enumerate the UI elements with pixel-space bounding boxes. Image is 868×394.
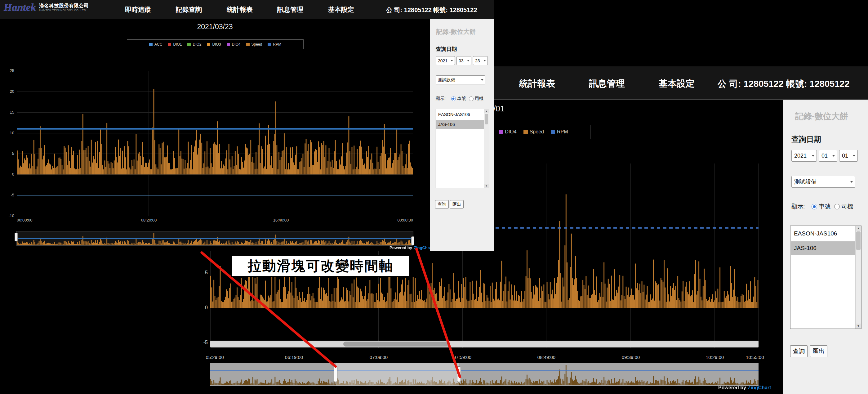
x-tick-label: 09:39:00 (622, 355, 640, 360)
zingchart-link[interactable]: ZingChart (748, 385, 771, 390)
radio-vehicle-label: 車號 (457, 96, 466, 101)
device-value: 測試設備 (438, 77, 455, 83)
year-value: 2021 (438, 58, 447, 63)
day-value: 01 (842, 153, 848, 159)
radio-driver-label: 司機 (475, 96, 484, 101)
nav-realtime-tracking[interactable]: 即時追蹤 (125, 5, 151, 14)
x-tick-label: 07:09:00 (370, 355, 388, 360)
legend-item-rpm[interactable]: RPM (551, 129, 568, 134)
y-tick-label: 5 (0, 151, 14, 156)
radio-dot (813, 205, 816, 208)
radio-driver[interactable] (469, 96, 473, 101)
legend-item-acc[interactable]: ACC (149, 42, 162, 47)
list-scrollbar[interactable]: ▲ ▼ (855, 226, 861, 329)
legend-label: RPM (273, 42, 281, 47)
legend-item-dio1[interactable]: DIO1 (168, 42, 182, 47)
list-item[interactable]: EASON-JAS106 (436, 110, 484, 119)
time-slider-right-handle[interactable] (457, 366, 461, 382)
time-slider-right-handle[interactable] (411, 236, 414, 245)
hantek-logo: Hantek 漢名科技股份有限公司 HANTEK TECHNOLOGY CO. … (4, 2, 89, 13)
legend-swatch (499, 130, 503, 134)
time-slider-left-handle[interactable] (334, 366, 337, 382)
legend-swatch (246, 43, 250, 46)
powered-by: Powered byZingChart (718, 385, 771, 391)
nav-basic-settings[interactable]: 基本設定 (328, 5, 354, 14)
query-date-label: 查詢日期 (792, 134, 821, 144)
display-label: 顯示: (436, 96, 446, 101)
account-info: 公 司: 12805122 帳號: 12805122 (386, 6, 477, 14)
scroll-up-icon[interactable]: ▲ (856, 226, 861, 231)
y-tick-label: 25 (0, 68, 14, 73)
query-panel: 記錄-數位大餅 查詢日期 2021 01 01 測試設備 顯示: 車號 司機 E… (783, 99, 868, 394)
list-scrollbar-thumb[interactable] (485, 114, 488, 124)
y-tick-label: -10 (0, 213, 14, 218)
radio-vehicle[interactable] (812, 204, 817, 209)
legend-item-speed[interactable]: Speed (524, 129, 544, 134)
chevron-down-icon (853, 155, 855, 157)
legend-swatch (268, 43, 271, 46)
query-button[interactable]: 查詢 (790, 345, 808, 357)
y-tick-label: 0 (198, 305, 208, 310)
radio-driver-label: 司機 (841, 203, 853, 211)
scroll-down-icon[interactable]: ▼ (856, 324, 861, 329)
chart-title: 2021/03/23 (197, 23, 232, 31)
legend-item-dio3[interactable]: DIO3 (207, 42, 221, 47)
x-tick-label: 16:40:00 (273, 218, 289, 222)
day-select[interactable]: 01 (839, 150, 858, 162)
time-slider-left-handle[interactable] (14, 233, 18, 241)
screen: 即時追蹤 記錄查詢 統計報表 訊息管理 基本設定 公 司: 12805122 帳… (0, 0, 868, 394)
browser-window-1: Hantek 漢名科技股份有限公司 HANTEK TECHNOLOGY CO. … (0, 0, 494, 251)
radio-driver[interactable] (834, 204, 840, 209)
powered-by: Powered byZingChart (390, 245, 433, 250)
month-select[interactable]: 03 (457, 56, 471, 65)
device-select[interactable]: 測試設備 (436, 75, 485, 84)
nav-statistics-report[interactable]: 統計報表 (227, 5, 253, 14)
query-panel: 記錄-數位大餅 查詢日期 2021 03 23 測試設備 顯示: 車號 司機 E… (430, 19, 494, 251)
export-button[interactable]: 匯出 (810, 345, 827, 357)
list-item-selected[interactable]: JAS-106 (436, 120, 484, 129)
nav-message-management[interactable]: 訊息管理 (277, 5, 303, 14)
radio-vehicle[interactable] (451, 96, 456, 101)
hscrollbar-thumb[interactable] (343, 341, 450, 346)
list-scrollbar[interactable]: ▲ ▼ (484, 109, 489, 188)
chevron-down-icon (812, 155, 814, 157)
chevron-down-icon (832, 155, 835, 157)
day-value: 23 (475, 58, 480, 63)
legend-item-speed[interactable]: Speed (246, 42, 262, 47)
year-select[interactable]: 2021 (792, 150, 817, 162)
nav-basic-settings[interactable]: 基本設定 (659, 78, 695, 90)
company-name-cjk: 漢名科技股份有限公司 (39, 3, 89, 9)
account-info: 公 司: 12805122 帳號: 12805122 (718, 78, 850, 90)
legend-item-dio2[interactable]: DIO2 (187, 42, 201, 47)
year-select[interactable]: 2021 (436, 56, 455, 65)
y-tick-label: 15 (0, 110, 14, 115)
month-select[interactable]: 01 (819, 150, 837, 162)
nav-record-query[interactable]: 記錄查詢 (176, 5, 202, 14)
panel-title: 記錄-數位大餅 (795, 111, 848, 122)
legend-item-dio4[interactable]: DIO4 (499, 129, 516, 134)
query-button[interactable]: 查詢 (435, 200, 449, 209)
nav-message-management[interactable]: 訊息管理 (589, 78, 625, 90)
scroll-up-icon[interactable]: ▲ (484, 109, 489, 113)
y-tick-label: 20 (0, 89, 14, 94)
radio-vehicle-label: 車號 (819, 203, 831, 211)
legend-swatch (524, 130, 528, 134)
device-value: 測試設備 (794, 178, 816, 185)
list-item[interactable]: EASON-JAS106 (791, 227, 855, 240)
chevron-down-icon (484, 60, 486, 61)
list-scrollbar-thumb[interactable] (856, 232, 861, 250)
device-select[interactable]: 測試設備 (792, 176, 855, 188)
chart-horizontal-scrollbar[interactable] (210, 341, 758, 347)
scroll-down-icon[interactable]: ▼ (484, 184, 489, 188)
legend-swatch (207, 43, 210, 46)
legend-item-dio4[interactable]: DIO4 (227, 42, 241, 47)
export-button[interactable]: 匯出 (450, 200, 464, 209)
time-zoom-region[interactable] (336, 363, 459, 386)
legend-swatch (168, 43, 171, 46)
day-select[interactable]: 23 (473, 56, 488, 65)
list-item-selected[interactable]: JAS-106 (791, 241, 855, 255)
nav-statistics-report[interactable]: 統計報表 (519, 78, 555, 90)
logo-mark: Hantek (4, 2, 36, 13)
month-value: 01 (822, 153, 828, 159)
legend-item-rpm[interactable]: RPM (268, 42, 281, 47)
